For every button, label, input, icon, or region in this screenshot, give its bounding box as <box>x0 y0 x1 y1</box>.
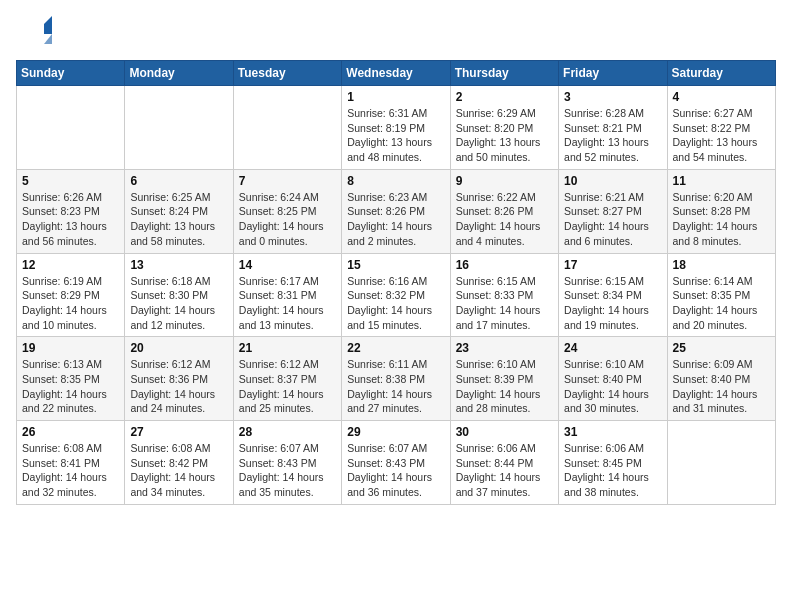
day-info: Sunrise: 6:06 AM Sunset: 8:45 PM Dayligh… <box>564 441 661 500</box>
day-number: 13 <box>130 258 227 272</box>
day-number: 3 <box>564 90 661 104</box>
svg-marker-1 <box>44 16 52 34</box>
day-info: Sunrise: 6:07 AM Sunset: 8:43 PM Dayligh… <box>347 441 444 500</box>
calendar-day-cell: 3Sunrise: 6:28 AM Sunset: 8:21 PM Daylig… <box>559 86 667 170</box>
calendar-day-cell <box>667 421 775 505</box>
calendar-week-row: 1Sunrise: 6:31 AM Sunset: 8:19 PM Daylig… <box>17 86 776 170</box>
day-number: 28 <box>239 425 336 439</box>
calendar-day-cell: 19Sunrise: 6:13 AM Sunset: 8:35 PM Dayli… <box>17 337 125 421</box>
page-header <box>16 16 776 52</box>
calendar-day-cell: 31Sunrise: 6:06 AM Sunset: 8:45 PM Dayli… <box>559 421 667 505</box>
day-number: 6 <box>130 174 227 188</box>
calendar-day-cell: 13Sunrise: 6:18 AM Sunset: 8:30 PM Dayli… <box>125 253 233 337</box>
calendar-day-cell: 12Sunrise: 6:19 AM Sunset: 8:29 PM Dayli… <box>17 253 125 337</box>
calendar-day-cell: 30Sunrise: 6:06 AM Sunset: 8:44 PM Dayli… <box>450 421 558 505</box>
day-number: 9 <box>456 174 553 188</box>
weekday-header: Saturday <box>667 61 775 86</box>
calendar-day-cell: 18Sunrise: 6:14 AM Sunset: 8:35 PM Dayli… <box>667 253 775 337</box>
day-info: Sunrise: 6:19 AM Sunset: 8:29 PM Dayligh… <box>22 274 119 333</box>
calendar-day-cell: 21Sunrise: 6:12 AM Sunset: 8:37 PM Dayli… <box>233 337 341 421</box>
day-number: 12 <box>22 258 119 272</box>
day-info: Sunrise: 6:06 AM Sunset: 8:44 PM Dayligh… <box>456 441 553 500</box>
calendar-day-cell: 1Sunrise: 6:31 AM Sunset: 8:19 PM Daylig… <box>342 86 450 170</box>
day-info: Sunrise: 6:07 AM Sunset: 8:43 PM Dayligh… <box>239 441 336 500</box>
day-info: Sunrise: 6:20 AM Sunset: 8:28 PM Dayligh… <box>673 190 770 249</box>
day-info: Sunrise: 6:12 AM Sunset: 8:37 PM Dayligh… <box>239 357 336 416</box>
calendar-day-cell: 2Sunrise: 6:29 AM Sunset: 8:20 PM Daylig… <box>450 86 558 170</box>
calendar-day-cell: 4Sunrise: 6:27 AM Sunset: 8:22 PM Daylig… <box>667 86 775 170</box>
calendar-week-row: 26Sunrise: 6:08 AM Sunset: 8:41 PM Dayli… <box>17 421 776 505</box>
weekday-header: Monday <box>125 61 233 86</box>
calendar-week-row: 5Sunrise: 6:26 AM Sunset: 8:23 PM Daylig… <box>17 169 776 253</box>
calendar-day-cell: 5Sunrise: 6:26 AM Sunset: 8:23 PM Daylig… <box>17 169 125 253</box>
day-number: 20 <box>130 341 227 355</box>
day-info: Sunrise: 6:17 AM Sunset: 8:31 PM Dayligh… <box>239 274 336 333</box>
day-number: 7 <box>239 174 336 188</box>
day-info: Sunrise: 6:24 AM Sunset: 8:25 PM Dayligh… <box>239 190 336 249</box>
day-info: Sunrise: 6:11 AM Sunset: 8:38 PM Dayligh… <box>347 357 444 416</box>
calendar-day-cell: 25Sunrise: 6:09 AM Sunset: 8:40 PM Dayli… <box>667 337 775 421</box>
calendar-day-cell: 7Sunrise: 6:24 AM Sunset: 8:25 PM Daylig… <box>233 169 341 253</box>
calendar-day-cell: 8Sunrise: 6:23 AM Sunset: 8:26 PM Daylig… <box>342 169 450 253</box>
calendar-day-cell: 20Sunrise: 6:12 AM Sunset: 8:36 PM Dayli… <box>125 337 233 421</box>
weekday-header: Sunday <box>17 61 125 86</box>
day-number: 25 <box>673 341 770 355</box>
calendar-header: SundayMondayTuesdayWednesdayThursdayFrid… <box>17 61 776 86</box>
day-info: Sunrise: 6:10 AM Sunset: 8:39 PM Dayligh… <box>456 357 553 416</box>
day-info: Sunrise: 6:13 AM Sunset: 8:35 PM Dayligh… <box>22 357 119 416</box>
logo-icon <box>16 16 52 52</box>
svg-marker-2 <box>44 34 52 44</box>
day-info: Sunrise: 6:15 AM Sunset: 8:33 PM Dayligh… <box>456 274 553 333</box>
day-info: Sunrise: 6:22 AM Sunset: 8:26 PM Dayligh… <box>456 190 553 249</box>
day-info: Sunrise: 6:18 AM Sunset: 8:30 PM Dayligh… <box>130 274 227 333</box>
day-number: 30 <box>456 425 553 439</box>
calendar-day-cell <box>233 86 341 170</box>
calendar-body: 1Sunrise: 6:31 AM Sunset: 8:19 PM Daylig… <box>17 86 776 505</box>
day-number: 10 <box>564 174 661 188</box>
calendar-day-cell: 22Sunrise: 6:11 AM Sunset: 8:38 PM Dayli… <box>342 337 450 421</box>
day-number: 24 <box>564 341 661 355</box>
day-number: 2 <box>456 90 553 104</box>
day-info: Sunrise: 6:25 AM Sunset: 8:24 PM Dayligh… <box>130 190 227 249</box>
weekday-header: Friday <box>559 61 667 86</box>
day-info: Sunrise: 6:15 AM Sunset: 8:34 PM Dayligh… <box>564 274 661 333</box>
day-info: Sunrise: 6:29 AM Sunset: 8:20 PM Dayligh… <box>456 106 553 165</box>
day-info: Sunrise: 6:08 AM Sunset: 8:41 PM Dayligh… <box>22 441 119 500</box>
day-number: 18 <box>673 258 770 272</box>
calendar-day-cell: 9Sunrise: 6:22 AM Sunset: 8:26 PM Daylig… <box>450 169 558 253</box>
calendar-table: SundayMondayTuesdayWednesdayThursdayFrid… <box>16 60 776 505</box>
day-number: 31 <box>564 425 661 439</box>
calendar-day-cell: 26Sunrise: 6:08 AM Sunset: 8:41 PM Dayli… <box>17 421 125 505</box>
day-number: 15 <box>347 258 444 272</box>
calendar-day-cell: 16Sunrise: 6:15 AM Sunset: 8:33 PM Dayli… <box>450 253 558 337</box>
calendar-day-cell: 23Sunrise: 6:10 AM Sunset: 8:39 PM Dayli… <box>450 337 558 421</box>
calendar-day-cell <box>17 86 125 170</box>
day-number: 17 <box>564 258 661 272</box>
day-info: Sunrise: 6:21 AM Sunset: 8:27 PM Dayligh… <box>564 190 661 249</box>
day-info: Sunrise: 6:26 AM Sunset: 8:23 PM Dayligh… <box>22 190 119 249</box>
day-info: Sunrise: 6:28 AM Sunset: 8:21 PM Dayligh… <box>564 106 661 165</box>
calendar-day-cell: 27Sunrise: 6:08 AM Sunset: 8:42 PM Dayli… <box>125 421 233 505</box>
weekday-header: Thursday <box>450 61 558 86</box>
calendar-day-cell: 14Sunrise: 6:17 AM Sunset: 8:31 PM Dayli… <box>233 253 341 337</box>
day-number: 14 <box>239 258 336 272</box>
day-number: 1 <box>347 90 444 104</box>
calendar-week-row: 19Sunrise: 6:13 AM Sunset: 8:35 PM Dayli… <box>17 337 776 421</box>
day-info: Sunrise: 6:27 AM Sunset: 8:22 PM Dayligh… <box>673 106 770 165</box>
calendar-day-cell: 29Sunrise: 6:07 AM Sunset: 8:43 PM Dayli… <box>342 421 450 505</box>
weekday-header: Wednesday <box>342 61 450 86</box>
day-number: 5 <box>22 174 119 188</box>
weekday-header: Tuesday <box>233 61 341 86</box>
calendar-day-cell: 6Sunrise: 6:25 AM Sunset: 8:24 PM Daylig… <box>125 169 233 253</box>
calendar-day-cell: 17Sunrise: 6:15 AM Sunset: 8:34 PM Dayli… <box>559 253 667 337</box>
day-number: 29 <box>347 425 444 439</box>
day-info: Sunrise: 6:09 AM Sunset: 8:40 PM Dayligh… <box>673 357 770 416</box>
day-number: 21 <box>239 341 336 355</box>
logo <box>16 16 56 52</box>
calendar-day-cell: 11Sunrise: 6:20 AM Sunset: 8:28 PM Dayli… <box>667 169 775 253</box>
day-info: Sunrise: 6:31 AM Sunset: 8:19 PM Dayligh… <box>347 106 444 165</box>
day-number: 27 <box>130 425 227 439</box>
day-info: Sunrise: 6:23 AM Sunset: 8:26 PM Dayligh… <box>347 190 444 249</box>
day-number: 8 <box>347 174 444 188</box>
day-number: 16 <box>456 258 553 272</box>
